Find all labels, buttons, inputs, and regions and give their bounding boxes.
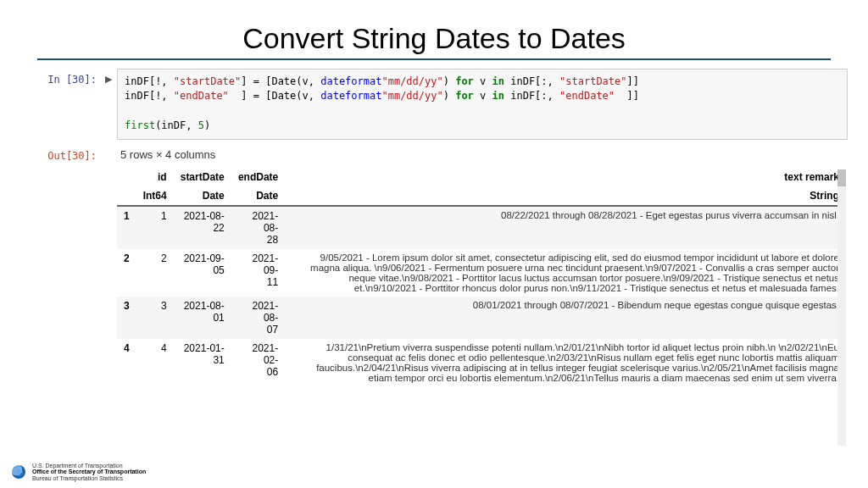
col-remark: text remark: [285, 168, 846, 186]
dot-logo-icon: [12, 465, 25, 479]
output-area: 5 rows × 4 columns id startDate endDate …: [117, 145, 848, 386]
cell-date: 2021-08-01: [174, 297, 231, 339]
type-id: Int64: [136, 186, 174, 206]
table-row: 332021-08-012021-08-0708/01/2021 through…: [117, 297, 846, 339]
table-row: 442021-01-312021-02-061/31/21\nPretium v…: [117, 339, 846, 386]
output-cell: Out[30]: 5 rows × 4 columns id startDate…: [20, 145, 848, 386]
title-rule: [37, 58, 831, 60]
cell-date: 2021-08-22: [174, 206, 231, 249]
col-index: [117, 168, 136, 186]
type-end: Date: [231, 186, 285, 206]
dataframe-shape: 5 rows × 4 columns: [120, 148, 846, 161]
code-editor[interactable]: inDF[!, "startDate"] = [Date(v, dateform…: [117, 69, 848, 140]
cell-id: 4: [136, 339, 174, 386]
scrollbar-thumb[interactable]: [837, 169, 846, 186]
table-row: 222021-09-052021-09-119/05/2021 - Lorem …: [117, 249, 846, 297]
footer-line-1: U.S. Department of Transportation: [32, 463, 146, 469]
cell-remark: 1/31/21\nPretium viverra suspendisse pot…: [285, 339, 846, 386]
type-index: [117, 186, 136, 206]
footer-line-3: Bureau of Transportation Statistics: [32, 475, 146, 481]
cell-date: 2021-09-05: [174, 249, 231, 297]
output-scrollbar[interactable]: [837, 169, 846, 446]
page-title: Convert String Dates to Dates: [0, 22, 868, 55]
cell-date: 2021-02-06: [231, 339, 285, 386]
input-cell: In [30]: ▶ inDF[!, "startDate"] = [Date(…: [20, 69, 848, 140]
cell-index: 3: [117, 297, 136, 339]
cell-id: 2: [136, 249, 174, 297]
cell-index: 4: [117, 339, 136, 386]
notebook: In [30]: ▶ inDF[!, "startDate"] = [Date(…: [20, 69, 848, 386]
type-start: Date: [174, 186, 231, 206]
footer: U.S. Department of Transportation Office…: [12, 463, 146, 481]
footer-line-2: Office of the Secretary of Transportatio…: [32, 469, 146, 474]
output-prompt: Out[30]:: [20, 145, 105, 162]
cell-remark: 9/05/2021 - Lorem ipsum dolor sit amet, …: [285, 249, 846, 297]
cell-index: 2: [117, 249, 136, 297]
cell-date: 2021-08-07: [231, 297, 285, 339]
col-id: id: [136, 168, 174, 186]
cell-remark: 08/22/2021 through 08/28/2021 - Eget ege…: [285, 206, 846, 249]
col-start: startDate: [174, 168, 231, 186]
col-end: endDate: [231, 168, 285, 186]
run-cell-icon[interactable]: ▶: [105, 69, 117, 85]
cell-date: 2021-08-28: [231, 206, 285, 249]
cell-date: 2021-09-11: [231, 249, 285, 297]
dataframe-table: id startDate endDate text remark Int64 D…: [117, 168, 846, 386]
cell-id: 1: [136, 206, 174, 249]
table-row: 112021-08-222021-08-2808/22/2021 through…: [117, 206, 846, 249]
cell-index: 1: [117, 206, 136, 249]
type-remark: String: [285, 186, 846, 206]
table-types-row: Int64 Date Date String: [117, 186, 846, 206]
cell-date: 2021-01-31: [174, 339, 231, 386]
input-prompt: In [30]:: [20, 69, 105, 86]
cell-remark: 08/01/2021 through 08/07/2021 - Bibendum…: [285, 297, 846, 339]
table-header-row: id startDate endDate text remark: [117, 168, 846, 186]
cell-id: 3: [136, 297, 174, 339]
